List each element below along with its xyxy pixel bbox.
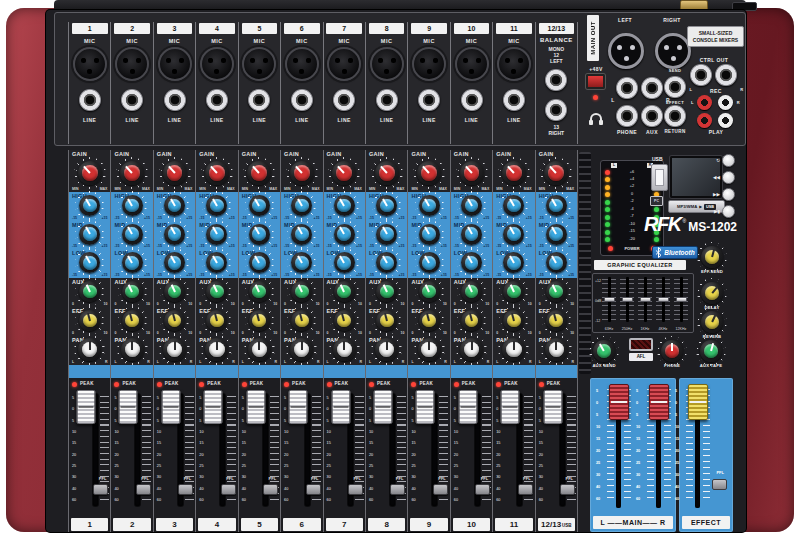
high-knob[interactable] [334, 195, 355, 216]
high-knob[interactable] [419, 195, 440, 216]
pfl-button[interactable] [306, 484, 321, 495]
eff-knob[interactable] [291, 310, 312, 331]
eff-knob[interactable] [419, 310, 440, 331]
pan-knob[interactable] [333, 338, 356, 361]
eq-slider-4KHz[interactable] [658, 297, 669, 302]
high-knob[interactable] [206, 195, 227, 216]
mid-knob[interactable] [206, 224, 227, 245]
mid-knob[interactable] [503, 224, 524, 245]
pfl-button[interactable] [263, 484, 278, 495]
reverb-knob[interactable] [701, 311, 723, 333]
aux-knob[interactable] [503, 281, 524, 302]
channel-fader-cap[interactable] [246, 390, 265, 424]
pan-knob[interactable] [248, 338, 271, 361]
aux-knob[interactable] [206, 281, 227, 302]
channel-fader-cap[interactable] [331, 390, 350, 424]
eff-knob[interactable] [79, 310, 100, 331]
pfl-button[interactable] [93, 484, 108, 495]
mid-knob[interactable] [249, 224, 270, 245]
gain-knob[interactable] [120, 161, 144, 185]
high-knob[interactable] [376, 195, 397, 216]
gain-knob[interactable] [417, 161, 441, 185]
mid-knob[interactable] [376, 224, 397, 245]
channel-fader-cap[interactable] [161, 390, 180, 424]
gain-knob[interactable] [78, 161, 102, 185]
aux-tape-knob[interactable] [700, 340, 722, 362]
eq-slider-250Hz[interactable] [622, 297, 633, 302]
pfl-button[interactable] [348, 484, 363, 495]
gain-knob[interactable] [332, 161, 356, 185]
pfl-button[interactable] [433, 484, 448, 495]
low-knob[interactable] [291, 252, 312, 273]
mid-knob[interactable] [461, 224, 482, 245]
aux-knob[interactable] [419, 281, 440, 302]
low-knob[interactable] [249, 252, 270, 273]
low-knob[interactable] [334, 252, 355, 273]
mid-knob[interactable] [79, 224, 100, 245]
high-knob[interactable] [546, 195, 567, 216]
aux-send-knob[interactable] [593, 340, 615, 362]
gain-knob[interactable] [247, 161, 271, 185]
phone-knob[interactable] [661, 340, 683, 362]
gain-knob[interactable] [375, 161, 399, 185]
eq-slider-63Hz[interactable] [604, 297, 615, 302]
channel-fader-cap[interactable] [204, 390, 223, 424]
gain-knob[interactable] [290, 161, 314, 185]
eff-knob[interactable] [164, 310, 185, 331]
pan-knob[interactable] [78, 338, 101, 361]
effect-fader-cap[interactable] [688, 384, 708, 420]
eff-knob[interactable] [503, 310, 524, 331]
pan-knob[interactable] [163, 338, 186, 361]
channel-fader-cap[interactable] [289, 390, 308, 424]
low-knob[interactable] [122, 252, 143, 273]
pan-knob[interactable] [460, 338, 483, 361]
low-knob[interactable] [206, 252, 227, 273]
eff-knob[interactable] [334, 310, 355, 331]
low-knob[interactable] [376, 252, 397, 273]
high-knob[interactable] [291, 195, 312, 216]
aux-knob[interactable] [79, 281, 100, 302]
high-knob[interactable] [79, 195, 100, 216]
eff-knob[interactable] [461, 310, 482, 331]
channel-fader-cap[interactable] [458, 390, 477, 424]
main-right-fader-cap[interactable] [649, 384, 669, 420]
low-knob[interactable] [546, 252, 567, 273]
mid-knob[interactable] [164, 224, 185, 245]
previous-button[interactable] [722, 171, 735, 184]
gain-knob[interactable] [163, 161, 187, 185]
channel-fader-cap[interactable] [77, 390, 96, 424]
low-knob[interactable] [461, 252, 482, 273]
channel-fader-cap[interactable] [373, 390, 392, 424]
eff-knob[interactable] [249, 310, 270, 331]
mid-knob[interactable] [122, 224, 143, 245]
gain-knob[interactable] [205, 161, 229, 185]
high-knob[interactable] [122, 195, 143, 216]
gain-knob[interactable] [544, 161, 568, 185]
low-knob[interactable] [419, 252, 440, 273]
eq-slider-1KHz[interactable] [640, 297, 651, 302]
mid-knob[interactable] [419, 224, 440, 245]
aux-knob[interactable] [164, 281, 185, 302]
pfl-button[interactable] [560, 484, 575, 495]
main-left-fader-cap[interactable] [609, 384, 629, 420]
effect-pfl-button[interactable] [712, 479, 727, 490]
pfl-button[interactable] [390, 484, 405, 495]
eff-knob[interactable] [122, 310, 143, 331]
high-knob[interactable] [249, 195, 270, 216]
eq-slider-12KHz[interactable] [676, 297, 687, 302]
pan-knob[interactable] [418, 338, 441, 361]
pan-knob[interactable] [290, 338, 313, 361]
pfl-button[interactable] [475, 484, 490, 495]
eff-knob[interactable] [546, 310, 567, 331]
mid-knob[interactable] [334, 224, 355, 245]
repeat-button[interactable] [722, 154, 735, 167]
pfl-button[interactable] [518, 484, 533, 495]
aux-knob[interactable] [122, 281, 143, 302]
aux-knob[interactable] [376, 281, 397, 302]
aux-knob[interactable] [334, 281, 355, 302]
phantom-power-switch[interactable] [586, 74, 605, 89]
channel-fader-cap[interactable] [416, 390, 435, 424]
pfl-button[interactable] [136, 484, 151, 495]
pan-knob[interactable] [121, 338, 144, 361]
mid-knob[interactable] [546, 224, 567, 245]
